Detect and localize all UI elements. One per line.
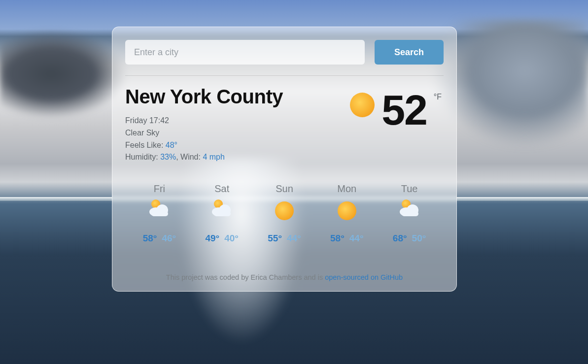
forecast-temps: 55°44° (253, 233, 316, 244)
sun-icon (350, 93, 375, 117)
forecast-day-name: Mon (315, 183, 378, 195)
forecast-temps: 68°50° (378, 233, 441, 244)
forecast-low: 50° (412, 233, 426, 243)
forecast-temps: 49°40° (191, 233, 253, 244)
forecast-day: Tue68°50° (378, 183, 441, 244)
feels-like-value: 48° (166, 141, 177, 149)
forecast-day: Sun55°44° (253, 183, 316, 244)
wind-value: 4 mph (203, 153, 224, 161)
temperature-block: 52 °F (350, 89, 444, 131)
search-button[interactable]: Search (375, 40, 444, 65)
current-datetime: Friday 17:42 (125, 115, 283, 127)
search-row: Search (125, 40, 444, 65)
forecast-low: 44° (349, 233, 364, 243)
forecast-day-name: Sun (253, 183, 316, 195)
weather-card: Search New York County Friday 17:42 Clea… (112, 27, 457, 292)
cloud-icon (212, 201, 232, 221)
forecast-day-name: Tue (378, 183, 441, 195)
forecast-high: 55° (268, 233, 282, 243)
forecast-temps: 58°46° (128, 233, 191, 244)
forecast-day: Sat49°40° (191, 183, 253, 244)
current-weather: New York County Friday 17:42 Clear Sky F… (125, 86, 444, 164)
city-search-input[interactable] (125, 40, 365, 65)
feels-like-label: Feels Like: (125, 141, 166, 149)
cloud-icon (149, 201, 169, 221)
forecast-high: 58° (330, 233, 345, 243)
divider (125, 75, 444, 76)
location-block: New York County Friday 17:42 Clear Sky F… (125, 86, 283, 164)
current-condition: Clear Sky (125, 127, 283, 139)
humidity-value: 33% (160, 153, 176, 161)
cloud-icon (400, 201, 419, 221)
forecast-high: 49° (205, 233, 219, 243)
forecast-temps: 58°44° (315, 233, 378, 244)
location-name: New York County (125, 86, 283, 108)
forecast-day-name: Fri (128, 183, 191, 195)
sun-icon (337, 201, 357, 221)
footer: This project was coded by Erica Chambers… (125, 273, 444, 281)
temperature-unit: °F (434, 93, 442, 101)
forecast-high: 68° (393, 233, 407, 243)
forecast-day-name: Sat (191, 183, 253, 195)
wind-label: , Wind: (176, 153, 203, 161)
forecast-day: Fri58°46° (128, 183, 191, 244)
github-link[interactable]: open-sourced on GitHub (325, 273, 403, 281)
footer-text: This project was coded by Erica Chambers… (166, 273, 325, 281)
forecast-low: 40° (224, 233, 239, 243)
humidity-wind-row: Humidity: 33%, Wind: 4 mph (125, 151, 283, 164)
current-temperature: 52 (381, 89, 427, 131)
forecast-low: 44° (287, 233, 301, 243)
forecast-high: 58° (143, 233, 157, 243)
forecast-day: Mon58°44° (315, 183, 378, 244)
sun-icon (275, 201, 294, 221)
current-meta: Friday 17:42 Clear Sky Feels Like: 48° H… (125, 115, 283, 164)
feels-like-row: Feels Like: 48° (125, 139, 283, 152)
forecast-row: Fri58°46°Sat49°40°Sun55°44°Mon58°44°Tue6… (125, 183, 444, 244)
humidity-label: Humidity: (125, 153, 160, 161)
forecast-low: 46° (162, 233, 176, 243)
